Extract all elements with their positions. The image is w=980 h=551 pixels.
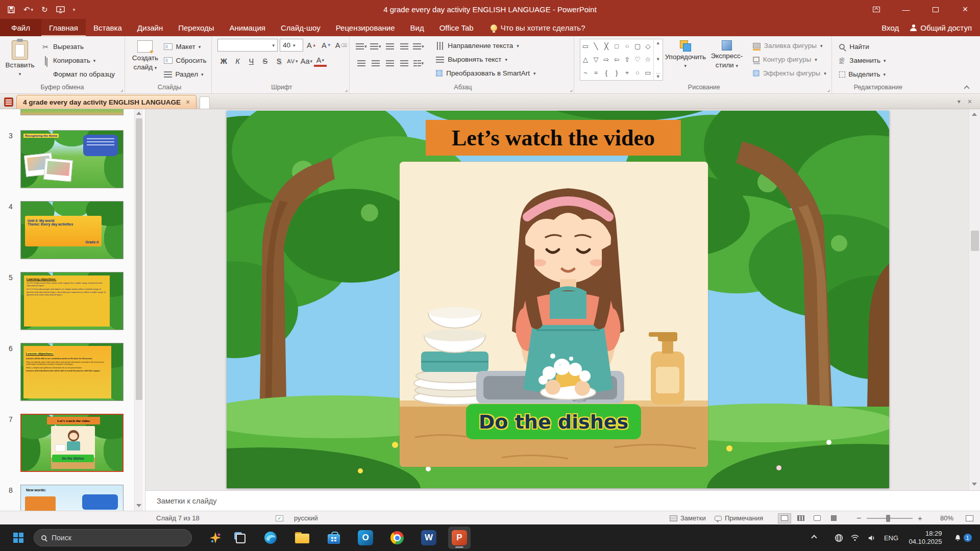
zoom-out-button[interactable]: − — [856, 511, 861, 525]
tab-animations[interactable]: Анимация — [222, 19, 273, 36]
slide-scrollbar[interactable] — [969, 109, 980, 490]
clear-formatting-button[interactable]: А⌫ — [335, 39, 348, 52]
tell-me-box[interactable]: Что вы хотите сделать? — [491, 19, 585, 36]
thumbnail-slide-6[interactable]: Lesson objectives: Learners will be able… — [20, 343, 124, 401]
reset-button[interactable]: Сбросить — [162, 54, 208, 67]
align-right-button[interactable] — [383, 57, 396, 69]
increase-indent-button[interactable] — [398, 40, 410, 53]
slide[interactable]: Let’s watch the video — [227, 111, 889, 488]
tab-transitions[interactable]: Переходы — [170, 19, 222, 36]
tab-slideshow[interactable]: Слайд-шоу — [273, 19, 328, 36]
tray-show-hidden-button[interactable] — [806, 524, 822, 551]
tray-wifi[interactable] — [848, 524, 862, 551]
taskbar-clock[interactable]: 18:2904.10.2025 — [902, 524, 948, 551]
thumbnail-slide-2-partial[interactable] — [20, 109, 124, 115]
start-button[interactable] — [7, 524, 30, 551]
arrange-button[interactable]: Упорядочить▾ — [665, 39, 706, 70]
shape-textbox-icon[interactable]: ▭ — [582, 42, 589, 50]
find-button[interactable]: Найти — [837, 40, 888, 54]
shape-brace-left-icon[interactable]: { — [605, 69, 607, 77]
align-center-button[interactable] — [369, 57, 382, 69]
tray-network-globe[interactable] — [832, 524, 845, 551]
grow-font-button[interactable]: А▲ — [305, 39, 318, 52]
start-slideshow-button[interactable] — [56, 6, 65, 13]
shape-fill-button[interactable]: Заливка фигуры▾ — [751, 39, 828, 53]
thumbnail-slide-5[interactable]: Learning objectives: 4.1.8.1 Understand … — [20, 272, 124, 330]
store-button[interactable] — [322, 524, 346, 551]
edge-button[interactable] — [258, 524, 283, 551]
shape-rectangle-icon[interactable]: □ — [615, 42, 619, 50]
tray-volume[interactable] — [865, 524, 878, 551]
shape-plus-icon[interactable]: + — [625, 69, 629, 77]
shape-brace-right-icon[interactable]: } — [616, 69, 618, 77]
scroll-up-icon[interactable] — [972, 113, 977, 116]
thumbnail-slide-7-selected[interactable]: Let’s watch the video Do the dishes — [20, 414, 124, 472]
shape-triangle-icon[interactable]: △ — [583, 56, 588, 63]
zoom-in-button[interactable]: + — [918, 511, 922, 525]
thumbnail-slide-4[interactable]: Unit 4: My world Theme: Every day activi… — [20, 201, 124, 259]
shape-triangle2-icon[interactable]: ▽ — [593, 56, 598, 63]
tab-view[interactable]: Вид — [403, 19, 432, 36]
fit-slide-button[interactable] — [966, 511, 973, 525]
zoom-slider-knob[interactable] — [886, 515, 890, 522]
shrink-font-button[interactable]: А▼ — [320, 39, 333, 52]
slide-caption[interactable]: Do the dishes — [466, 404, 641, 439]
thumbnail-slide-8[interactable]: New words: — [20, 485, 124, 511]
shapes-scroll-up-icon[interactable]: ▲ — [656, 40, 660, 45]
shapes-gallery[interactable]: ▭╲╳□○▢◇ △▽⇨⇦⇧♡☆ ~≈{}+○▭ ▲ ▼ ▼ — [580, 39, 663, 81]
strikethrough-button[interactable]: S — [259, 55, 272, 67]
file-explorer-button[interactable] — [290, 524, 314, 551]
bullets-button[interactable]: ▾ — [355, 40, 368, 53]
replace-button[interactable]: abacЗаменить▾ — [837, 54, 888, 67]
copy-button[interactable]: Копировать▾ — [39, 54, 117, 67]
decrease-indent-button[interactable] — [383, 40, 396, 53]
font-size-combobox[interactable]: 40▾ — [280, 39, 303, 52]
tab-file[interactable]: Файл — [0, 19, 41, 36]
new-slide-button[interactable]: Создать слайд ▾ — [130, 39, 160, 72]
notes-toggle[interactable]: Заметки — [670, 511, 706, 525]
dialog-launcher-icon[interactable]: ⌟ — [570, 87, 573, 92]
shape-outline-button[interactable]: Контур фигуры▾ — [751, 53, 828, 66]
scroll-up-icon[interactable] — [136, 112, 141, 115]
bold-button[interactable]: Ж — [217, 55, 230, 67]
spell-check-icon[interactable]: ✓ — [276, 511, 283, 525]
shape-rounded-rect-icon[interactable]: ▢ — [634, 42, 641, 50]
ribbon-display-options-button[interactable] — [862, 0, 891, 19]
format-painter-button[interactable]: Формат по образцу — [39, 67, 117, 81]
powerpoint-button[interactable]: P — [447, 524, 472, 551]
slide-sorter-button[interactable] — [794, 511, 807, 525]
tray-language[interactable]: ENG — [882, 524, 900, 551]
shape-circle2-icon[interactable]: ○ — [635, 69, 640, 77]
shape-rect2-icon[interactable]: ▭ — [645, 69, 651, 77]
slideshow-view-button[interactable] — [827, 511, 840, 525]
notes-pane[interactable]: Заметки к слайду — [145, 490, 980, 511]
columns-button[interactable]: ▾ — [412, 57, 425, 69]
text-shadow-button[interactable]: S — [273, 55, 285, 67]
redo-button[interactable]: ↻ — [41, 5, 48, 14]
new-document-tab-button[interactable] — [200, 96, 210, 109]
dialog-launcher-icon[interactable]: ⌟ — [827, 87, 830, 92]
text-direction-button[interactable]: Направление текста▾ — [434, 39, 537, 53]
thumbnail-slide-3[interactable]: Recognizing the theme — [20, 130, 124, 188]
normal-view-button[interactable] — [778, 511, 791, 525]
italic-button[interactable]: К — [231, 55, 244, 67]
undo-button[interactable]: ↶▾ — [23, 5, 33, 14]
shapes-more-icon[interactable]: ▼ — [656, 73, 660, 79]
scroll-down-icon[interactable] — [136, 504, 141, 507]
tab-design[interactable]: Дизайн — [130, 19, 170, 36]
shape-heart-icon[interactable]: ♡ — [634, 56, 641, 63]
close-button[interactable]: × — [950, 0, 980, 19]
shape-line-icon[interactable]: ╲ — [594, 42, 598, 50]
shape-arrow-up-icon[interactable]: ⇧ — [624, 56, 630, 63]
outlook-button[interactable]: O — [353, 524, 378, 551]
maximize-button[interactable] — [921, 0, 950, 19]
chrome-button[interactable] — [385, 524, 409, 551]
minimize-button[interactable]: — — [891, 0, 921, 19]
document-tab[interactable]: 4 grade every day activity ENGLISH LANGU… — [16, 95, 197, 109]
collapse-ribbon-icon[interactable] — [964, 85, 969, 91]
change-case-button[interactable]: Aa▾ — [300, 55, 313, 67]
underline-button[interactable]: Ч — [245, 55, 258, 67]
notification-center-button[interactable]: 1 — [952, 524, 973, 551]
character-spacing-button[interactable]: AV▾ — [286, 55, 299, 67]
zoom-slider[interactable] — [867, 511, 913, 525]
